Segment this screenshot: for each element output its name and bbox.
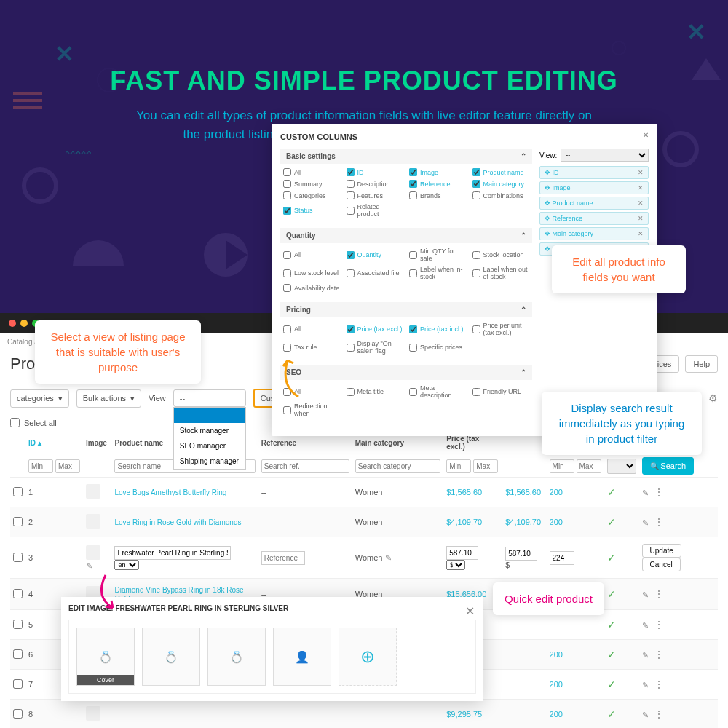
checkbox-low-stock-level[interactable]: Low stock level bbox=[283, 266, 341, 280]
checkbox-all[interactable]: All bbox=[283, 248, 341, 262]
checkbox-price-tax-incl-[interactable]: Price (tax incl.) bbox=[409, 322, 467, 336]
checkbox-price-per-unit-tax-excl-[interactable]: Price per unit (tax excl.) bbox=[472, 322, 530, 336]
row-checkbox[interactable] bbox=[13, 679, 23, 689]
checkbox-all[interactable]: All bbox=[283, 322, 341, 336]
search-button[interactable]: 🔍 Search bbox=[642, 457, 695, 475]
remove-icon[interactable]: ✕ bbox=[638, 230, 644, 237]
more-icon[interactable]: ⋮ bbox=[651, 619, 667, 630]
remove-icon[interactable]: ✕ bbox=[638, 199, 644, 207]
view-dropdown[interactable]: -- bbox=[173, 389, 246, 407]
section-header[interactable]: SEO⌃ bbox=[280, 365, 532, 380]
checkbox-description[interactable]: Description bbox=[347, 180, 404, 188]
name-input[interactable] bbox=[114, 546, 231, 560]
dropdown-item[interactable]: Stock manager bbox=[174, 423, 245, 438]
section-header[interactable]: Quantity⌃ bbox=[280, 228, 532, 243]
section-header[interactable]: Basic settings⌃ bbox=[280, 149, 532, 164]
checkbox-label-when-in-stock[interactable]: Label when in-stock bbox=[409, 266, 467, 280]
price2-input[interactable] bbox=[505, 547, 537, 561]
filter-category[interactable] bbox=[355, 459, 441, 473]
checkbox-quantity[interactable]: Quantity bbox=[347, 248, 404, 262]
thumbnail[interactable]: 💍 bbox=[207, 628, 266, 686]
checkbox-min-qty-for-sale[interactable]: Min QTY for sale bbox=[409, 248, 467, 262]
column-header[interactable]: ID ▴ bbox=[25, 430, 83, 455]
checkbox-meta-title[interactable]: Meta title bbox=[347, 384, 404, 399]
remove-icon[interactable]: ✕ bbox=[638, 184, 644, 191]
thumbnail-cover[interactable]: 💍 bbox=[76, 628, 135, 686]
checkbox-associated-file[interactable]: Associated file bbox=[347, 266, 404, 280]
filter-price-min[interactable] bbox=[446, 459, 471, 473]
currency-select[interactable]: $ bbox=[446, 560, 465, 570]
close-icon[interactable]: ✕ bbox=[643, 131, 649, 139]
column-pill[interactable]: ✥ Image✕ bbox=[539, 181, 649, 194]
filter-price-max[interactable] bbox=[473, 459, 498, 473]
column-header[interactable] bbox=[10, 430, 25, 455]
edit-icon[interactable]: ✎ bbox=[642, 488, 649, 497]
categories-dropdown[interactable]: categories ▾ bbox=[10, 389, 69, 408]
checkbox-combinations[interactable]: Combinations bbox=[472, 191, 530, 199]
more-icon[interactable]: ⋮ bbox=[651, 678, 667, 690]
view-select[interactable]: -- bbox=[561, 149, 649, 162]
remove-icon[interactable]: ✕ bbox=[638, 215, 644, 222]
checkbox-categories[interactable]: Categories bbox=[283, 191, 341, 199]
more-icon[interactable]: ⋮ bbox=[651, 588, 667, 600]
filter-max2[interactable] bbox=[577, 459, 601, 473]
checkbox-main-category[interactable]: Main category bbox=[472, 180, 530, 188]
remove-icon[interactable]: ✕ bbox=[638, 169, 644, 176]
column-pill[interactable]: ✥ Product name✕ bbox=[539, 197, 649, 210]
help-button[interactable]: Help bbox=[685, 355, 718, 373]
product-link[interactable]: Love Bugs Amethyst Butterfly Ring bbox=[114, 488, 226, 496]
ref-input[interactable] bbox=[261, 551, 305, 565]
filter-ref[interactable] bbox=[261, 459, 349, 473]
edit-icon[interactable]: ✎ bbox=[642, 681, 649, 689]
gear-icon[interactable]: ⚙ bbox=[708, 392, 718, 404]
checkbox-id[interactable]: ID bbox=[347, 168, 404, 176]
checkbox-stock-location[interactable]: Stock location bbox=[472, 248, 530, 262]
column-pill[interactable]: ✥ Main category✕ bbox=[539, 227, 649, 240]
thumbnail[interactable]: 💍 bbox=[142, 628, 200, 686]
cancel-button[interactable]: Cancel bbox=[642, 558, 681, 571]
checkbox-all[interactable]: All bbox=[283, 168, 341, 176]
section-header[interactable]: Pricing⌃ bbox=[280, 302, 532, 317]
product-link[interactable]: Love Ring in Rose Gold with Diamonds bbox=[114, 518, 241, 526]
edit-icon[interactable]: ✎ bbox=[642, 518, 649, 527]
edit-icon[interactable]: ✎ bbox=[642, 711, 649, 719]
checkbox-related-product[interactable]: Related product bbox=[347, 203, 404, 218]
more-icon[interactable]: ⋮ bbox=[651, 486, 667, 498]
row-checkbox[interactable] bbox=[13, 589, 23, 598]
column-header[interactable]: Image bbox=[83, 430, 111, 455]
checkbox-reference[interactable]: Reference bbox=[409, 180, 467, 188]
qty-input[interactable] bbox=[550, 551, 574, 565]
row-checkbox[interactable] bbox=[13, 487, 23, 496]
filter-status[interactable] bbox=[607, 459, 636, 474]
row-checkbox[interactable] bbox=[13, 517, 23, 526]
filter-id-min[interactable] bbox=[28, 459, 53, 473]
column-pill[interactable]: ✥ ID✕ bbox=[539, 166, 649, 179]
checkbox-redirection-when[interactable]: Redirection when bbox=[283, 403, 341, 417]
more-icon[interactable]: ⋮ bbox=[651, 516, 667, 528]
checkbox-summary[interactable]: Summary bbox=[283, 180, 341, 188]
dropdown-item[interactable]: -- bbox=[174, 408, 245, 423]
filter-min2[interactable] bbox=[550, 459, 574, 473]
checkbox-features[interactable]: Features bbox=[347, 191, 404, 199]
add-image-button[interactable]: ⊕ bbox=[339, 628, 397, 686]
more-icon[interactable]: ⋮ bbox=[651, 708, 667, 720]
checkbox-label-when-out-of-stock[interactable]: Label when out of stock bbox=[472, 266, 530, 280]
row-checkbox[interactable] bbox=[13, 553, 23, 562]
row-checkbox[interactable] bbox=[13, 649, 23, 659]
filter-id-max[interactable] bbox=[55, 459, 80, 473]
bulk-actions-dropdown[interactable]: Bulk actions ▾ bbox=[76, 389, 141, 408]
dropdown-item[interactable]: Shipping manager bbox=[174, 454, 245, 469]
price-input[interactable] bbox=[446, 546, 478, 560]
checkbox-specific-prices[interactable]: Specific prices bbox=[409, 340, 467, 355]
update-button[interactable]: Update bbox=[642, 544, 681, 558]
checkbox-image[interactable]: Image bbox=[409, 168, 467, 176]
checkbox-status[interactable]: Status bbox=[283, 203, 341, 218]
close-icon[interactable]: ✕ bbox=[465, 604, 475, 618]
edit-icon[interactable]: ✎ bbox=[642, 590, 649, 599]
edit-icon[interactable]: ✎ bbox=[385, 553, 392, 562]
column-pill[interactable]: ✥ Reference✕ bbox=[539, 212, 649, 225]
checkbox-tax-rule[interactable]: Tax rule bbox=[283, 340, 341, 355]
checkbox-product-name[interactable]: Product name bbox=[472, 168, 530, 176]
dropdown-item[interactable]: SEO manager bbox=[174, 438, 245, 454]
checkbox-availability-date[interactable]: Availability date bbox=[283, 284, 341, 292]
